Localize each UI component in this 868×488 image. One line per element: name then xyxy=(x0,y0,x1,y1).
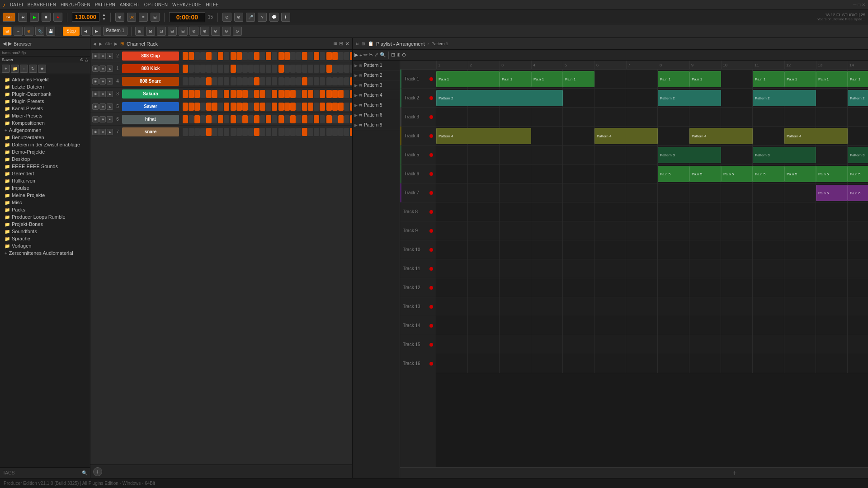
step-0-13[interactable] xyxy=(260,52,265,60)
sidebar-up-btn[interactable]: ↑ xyxy=(20,65,28,73)
track-row-12[interactable] xyxy=(436,297,868,316)
step-3-17[interactable] xyxy=(284,90,290,98)
ch-up-3[interactable]: ▲ xyxy=(107,91,113,97)
step-3-27[interactable] xyxy=(344,90,349,98)
step-0-6[interactable] xyxy=(218,52,223,60)
sidebar-item-22[interactable]: 📁Sprache xyxy=(0,235,90,242)
step-0-7[interactable] xyxy=(224,52,229,60)
step-2-4[interactable] xyxy=(206,77,212,85)
step-1-22[interactable] xyxy=(314,65,319,73)
step-4-10[interactable] xyxy=(242,103,248,111)
step-3-16[interactable] xyxy=(278,90,284,98)
step-3-13[interactable] xyxy=(260,90,265,98)
step-4-5[interactable] xyxy=(212,103,217,111)
track-row-13[interactable] xyxy=(436,316,868,335)
step-4-24[interactable] xyxy=(326,103,332,111)
step-3-20[interactable] xyxy=(302,90,307,98)
step-4-4[interactable] xyxy=(206,103,212,111)
step-3-19[interactable] xyxy=(296,90,302,98)
sidebar-next-icon[interactable]: ▶ xyxy=(8,41,12,47)
step-2-13[interactable] xyxy=(260,77,265,85)
step-5-23[interactable] xyxy=(320,115,325,123)
step-0-5[interactable] xyxy=(212,52,217,60)
mute-btn-5[interactable] xyxy=(429,172,433,176)
step-0-18[interactable] xyxy=(290,52,296,60)
step-4-20[interactable] xyxy=(302,103,307,111)
mute-btn-6[interactable] xyxy=(429,191,433,195)
step-1-21[interactable] xyxy=(308,65,313,73)
stop-button[interactable]: ■ xyxy=(42,13,51,22)
step-0-17[interactable] xyxy=(284,52,290,60)
mute-btn-15[interactable] xyxy=(429,362,433,366)
pl-scissor-icon[interactable]: ✂ xyxy=(369,52,373,58)
tempo-arrows[interactable]: ▲ ▼ xyxy=(102,13,106,21)
step-6-25[interactable] xyxy=(332,128,338,136)
save-btn[interactable]: 💾 xyxy=(46,27,55,36)
step-6-20[interactable] xyxy=(302,128,307,136)
step-2-23[interactable] xyxy=(320,77,325,85)
ch-solo-1[interactable]: ◈ xyxy=(99,66,106,72)
step-6-4[interactable] xyxy=(206,128,212,136)
step-3-0[interactable] xyxy=(183,90,188,98)
step-4-15[interactable] xyxy=(272,103,277,111)
step-5-6[interactable] xyxy=(218,115,223,123)
ch-solo-6[interactable]: ◈ xyxy=(99,129,106,135)
track-label-15[interactable]: Track 16 xyxy=(400,354,436,373)
arrow-btn[interactable]: → xyxy=(14,27,23,36)
step-3-18[interactable] xyxy=(290,90,296,98)
step-6-24[interactable] xyxy=(326,128,332,136)
track-row-3[interactable]: Pattern 4Pattern 4Pattern 4Pattern 4Patt… xyxy=(436,127,868,145)
step-4-22[interactable] xyxy=(314,103,319,111)
step-3-9[interactable] xyxy=(236,90,242,98)
tempo-down[interactable]: ▼ xyxy=(102,17,106,21)
step-6-17[interactable] xyxy=(284,128,290,136)
step-2-20[interactable] xyxy=(302,77,307,85)
track-label-5[interactable]: Track 6 xyxy=(400,164,436,183)
step-0-20[interactable] xyxy=(302,52,307,60)
pattern-tool6[interactable]: ⊛ xyxy=(189,27,198,36)
step-2-24[interactable] xyxy=(326,77,332,85)
sidebar-item-14[interactable]: 📁Hüllkurven xyxy=(0,177,90,184)
sidebar-item-17[interactable]: 📁Misc xyxy=(0,199,90,206)
mute-btn-1[interactable] xyxy=(429,96,433,100)
pattern-block-0-6[interactable]: Pa.n 1 xyxy=(753,71,784,87)
pattern-block-1-0[interactable]: Pattern 2 xyxy=(436,90,563,106)
track-row-5[interactable]: Pa.n 5Pa.n 5Pa.n 5Pa.n 5Pa.n 5Pa.n 5Pa.n… xyxy=(436,164,868,183)
sidebar-item-8[interactable]: 📁Benutzerdaten xyxy=(0,134,90,141)
ch-mute-5[interactable]: ◉ xyxy=(92,116,99,122)
pattern-tool5[interactable]: ⊞ xyxy=(179,27,188,36)
rack-prev-btn[interactable]: ◀ xyxy=(93,42,96,46)
pattern-block-0-2[interactable]: Pa.n 1 xyxy=(531,71,563,87)
track-row-9[interactable] xyxy=(436,240,868,259)
ch-mute-3[interactable]: ◉ xyxy=(92,91,99,97)
chat-btn[interactable]: 💬 xyxy=(269,13,278,22)
step-6-5[interactable] xyxy=(212,128,217,136)
step-1-17[interactable] xyxy=(284,65,290,73)
step-1-3[interactable] xyxy=(200,65,206,73)
sidebar-item-15[interactable]: 📁Impulse xyxy=(0,184,90,192)
step-5-16[interactable] xyxy=(278,115,284,123)
track-row-6[interactable]: Pa.n 6Pa.n 6Pa.n 6Pa.n 6Pa.n 6Pa.n 6 xyxy=(436,183,868,202)
pattern-block-0-0[interactable]: Pa.n 1 xyxy=(436,71,500,87)
mute-btn-14[interactable] xyxy=(429,343,433,347)
step-5-27[interactable] xyxy=(344,115,349,123)
mixer-btn[interactable]: ⊞ xyxy=(3,27,12,36)
track-label-7[interactable]: Track 8 xyxy=(400,202,436,221)
sidebar-item-12[interactable]: 📁EEEE EEEE Sounds xyxy=(0,163,90,170)
step-1-5[interactable] xyxy=(212,65,217,73)
step-2-16[interactable] xyxy=(278,77,284,85)
pattern-block-3-1[interactable]: Pattern 4 xyxy=(594,128,658,144)
step-3-5[interactable] xyxy=(212,90,217,98)
ch-name-0[interactable]: 808 Clap xyxy=(122,52,179,61)
tempo-up[interactable]: ▲ xyxy=(102,13,106,17)
step-0-2[interactable] xyxy=(194,52,200,60)
step-button[interactable]: Step xyxy=(63,27,80,36)
step-1-25[interactable] xyxy=(332,65,338,73)
step-6-16[interactable] xyxy=(278,128,284,136)
mute-btn-12[interactable] xyxy=(429,305,433,309)
step-5-3[interactable] xyxy=(200,115,206,123)
step-2-22[interactable] xyxy=(314,77,319,85)
step-6-0[interactable] xyxy=(183,128,188,136)
step-6-9[interactable] xyxy=(236,128,242,136)
pattern-block-5-1[interactable]: Pa.n 5 xyxy=(689,166,721,182)
